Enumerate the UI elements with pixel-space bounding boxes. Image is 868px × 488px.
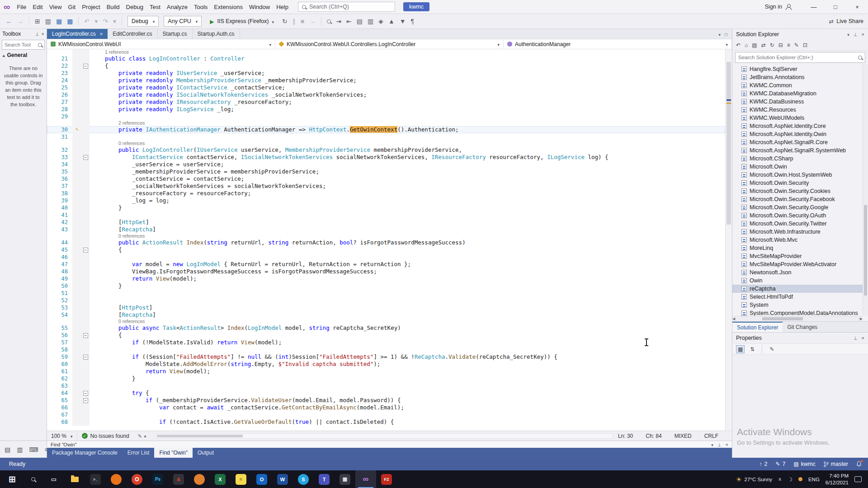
fold-collapse-icon[interactable] (83, 333, 88, 338)
undo-icon[interactable]: ↶ (83, 17, 91, 26)
taskbar-filezilla[interactable]: FZ (376, 470, 397, 488)
code-line[interactable]: 55public async Task<ActionResult> Index(… (47, 324, 725, 332)
taskbar-acrobat[interactable]: A (168, 470, 189, 488)
tree-item[interactable]: Hangfire.SqlServer (732, 65, 863, 73)
taskbar-task-view-button[interactable]: ▭ (43, 470, 64, 488)
solution-search-box[interactable]: Search Solution Explorer (Ctrl+;) (735, 52, 865, 63)
tree-item[interactable]: KWMC.Resources (732, 106, 863, 114)
whitespace-icon[interactable]: ¶ (410, 17, 416, 26)
code-line[interactable]: 35_membershipProviderService = membershi… (47, 168, 725, 175)
menu-item-debug[interactable]: Debug (123, 2, 146, 12)
taskbar-search-button[interactable] (23, 470, 43, 488)
code-line[interactable]: 50} (47, 282, 725, 290)
code-line[interactable]: 64try { (47, 389, 725, 397)
menu-item-help[interactable]: Help (273, 2, 292, 12)
code-line[interactable]: 22{ (47, 62, 725, 70)
tree-item[interactable]: Microsoft.Owin.Security.Cookies (732, 187, 863, 195)
code-line[interactable]: 60ModelState.AddModelError(string.Empty,… (47, 361, 725, 368)
editor-vertical-scrollbar[interactable] (725, 49, 732, 431)
code-line[interactable]: 26private readonly ISocialNetworkTokenSe… (47, 91, 725, 99)
zoom-dropdown[interactable]: 100 % (47, 431, 77, 441)
code-line[interactable]: 42[HttpGet] (47, 219, 725, 226)
tree-item[interactable]: KWMC.DatabaseMigration (732, 89, 863, 98)
prev-bookmark-icon[interactable]: ▲ (387, 17, 396, 26)
new-project-icon[interactable]: ⊞ (33, 17, 42, 26)
code-line[interactable]: 58 (47, 346, 725, 353)
tree-item[interactable]: Microsoft.Owin.Security (732, 179, 863, 187)
nav-forward-icon[interactable]: → (16, 17, 25, 26)
tree-item[interactable]: Microsoft.AspNet.Identity.Core (732, 122, 863, 130)
code-line[interactable]: 65if (_membershipProviderService.Validat… (47, 397, 725, 404)
tree-item[interactable]: Microsoft.AspNet.SignalR.SystemWeb (732, 146, 863, 155)
code-line[interactable]: 32public LogInController(IUserService us… (47, 146, 725, 154)
pending-edits-indicator[interactable]: 7 (775, 461, 785, 467)
code-line[interactable]: 40} (47, 204, 725, 211)
menu-item-file[interactable]: File (14, 2, 29, 12)
tree-item[interactable]: System (732, 301, 863, 309)
fold-collapse-icon[interactable] (83, 398, 88, 403)
branch-indicator[interactable]: master (824, 461, 848, 467)
fold-collapse-icon[interactable] (83, 355, 88, 360)
action-center-icon[interactable] (854, 476, 862, 482)
save-all-icon[interactable]: ▩ (66, 17, 74, 26)
scrollbar-thumb[interactable] (864, 205, 867, 296)
document-tab[interactable]: LogInController.cs (47, 29, 108, 39)
start-debugging-button[interactable]: IIS Express (Firefox) (207, 16, 277, 27)
taskbar-console[interactable]: >_ (85, 470, 106, 488)
tree-item[interactable]: Microsoft.CSharp (732, 155, 863, 163)
bookmark-icon[interactable]: ◈ (377, 17, 385, 26)
code-line[interactable]: 36_contactService = contactService; (47, 175, 725, 183)
window-position-icon[interactable] (847, 31, 849, 38)
tree-item[interactable]: Microsoft.Owin.Security.Twitter (732, 220, 863, 228)
tree-item[interactable]: KWMC.DataBusiness (732, 98, 863, 106)
undo-dropdown-icon[interactable]: ▾ (93, 17, 99, 26)
code-line[interactable]: 25private readonly IContactService _cont… (47, 84, 725, 91)
code-line[interactable]: 43[Recaptcha] (47, 226, 725, 233)
live-share-button[interactable]: Live Share (829, 18, 863, 25)
language-indicator[interactable]: ENG (808, 477, 820, 482)
tree-item[interactable]: KWMC.WebUIModels (732, 114, 863, 122)
taskbar-calculator[interactable]: ▦ (335, 470, 355, 488)
code-line[interactable]: 61return View(model); (47, 368, 725, 375)
outdent-icon[interactable]: ⇤ (345, 17, 353, 26)
fold-collapse-icon[interactable] (83, 248, 88, 253)
code-line[interactable]: 53[HttpPost] (47, 304, 725, 311)
configuration-dropdown[interactable]: Debug (127, 16, 159, 27)
document-tab[interactable]: EditController.cs (108, 29, 157, 39)
browser-refresh-icon[interactable]: ↻ (281, 17, 289, 26)
taskbar-app-orange[interactable] (189, 470, 210, 488)
window-position-icon[interactable] (711, 442, 713, 447)
code-line[interactable]: 39_log = log; (47, 197, 725, 204)
nav-back-icon[interactable]: ← (5, 17, 14, 26)
tree-item[interactable]: Microsoft.Web.Mvc (732, 236, 863, 244)
editor-horizontal-scrollbar[interactable] (156, 433, 613, 439)
output-panel-icon[interactable]: ▤ (3, 445, 12, 454)
pin-icon[interactable] (717, 442, 722, 447)
tree-item[interactable]: Newtonsoft.Json (732, 268, 863, 277)
menu-item-git[interactable]: Git (65, 2, 79, 12)
taskbar-word[interactable]: W (272, 470, 293, 488)
pin-icon[interactable] (854, 31, 858, 38)
close-icon[interactable] (862, 335, 864, 341)
tree-item[interactable]: JetBrains.Annotations (732, 73, 863, 81)
taskbar-visual-studio[interactable]: ∞ (355, 470, 376, 488)
tree-vertical-scrollbar[interactable] (863, 64, 868, 316)
maximize-button[interactable]: □ (825, 0, 846, 14)
se-collapse-all-icon[interactable]: ⊟ (778, 42, 783, 48)
taskbar-excel[interactable]: X (210, 470, 231, 488)
code-line[interactable]: 45{ (47, 246, 725, 253)
alphabetical-view-icon[interactable]: ⇅ (749, 346, 756, 353)
scrollbar-thumb[interactable] (726, 62, 731, 225)
se-back-icon[interactable]: ↶ (736, 42, 741, 48)
close-button[interactable]: × (846, 0, 868, 14)
stop-icon[interactable]: ■ (299, 17, 306, 26)
code-line[interactable]: 27private readonly IResourceFactory _res… (47, 99, 725, 106)
menu-item-tools[interactable]: Tools (191, 2, 211, 12)
repository-indicator[interactable]: kwmc (794, 461, 816, 467)
weather-widget[interactable]: 27°C Sunny (736, 476, 772, 483)
tree-item[interactable]: System.ComponentModel.DataAnnotations (732, 309, 863, 316)
tree-item[interactable]: Microsoft.Owin.Security.OAuth (732, 211, 863, 220)
minimize-button[interactable]: — (803, 0, 825, 14)
taskbar-skype[interactable]: S (293, 470, 314, 488)
close-icon[interactable] (862, 31, 864, 38)
